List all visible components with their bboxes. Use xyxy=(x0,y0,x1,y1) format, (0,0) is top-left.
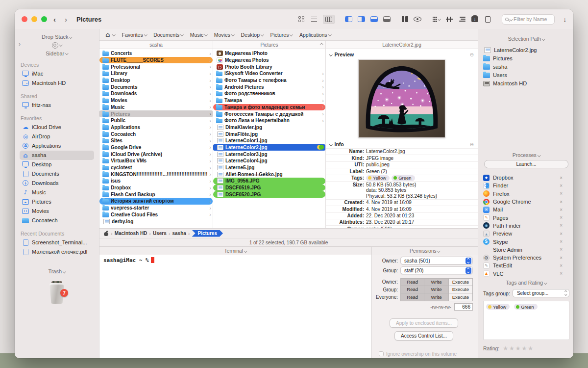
close-process-icon[interactable]: × xyxy=(560,239,569,244)
preview-section-header[interactable]: Preview ⊖ xyxy=(326,50,478,58)
sasha-item-row[interactable]: Creative Cloud Files› xyxy=(99,211,213,218)
sidebar-item-icloud-drive[interactable]: iCloud Drive xyxy=(20,123,94,132)
sasha-item-row[interactable]: vuepress-starter› xyxy=(99,205,213,211)
drop-stack-target[interactable] xyxy=(20,42,94,49)
permission-cell-execute[interactable]: Execute xyxy=(449,278,473,286)
toggle-bottom-pane-off-button[interactable] xyxy=(383,16,391,23)
forward-button[interactable]: › xyxy=(62,15,70,24)
breadcrumb-item[interactable]: sasha xyxy=(172,231,186,236)
close-process-icon[interactable]: × xyxy=(560,231,569,237)
pictures-item-row[interactable]: LaterneColor4.jpg xyxy=(213,158,325,164)
pictures-item-row[interactable]: Фото родственников› xyxy=(213,90,325,97)
column3-header[interactable]: LaterneColor2.jpg xyxy=(326,41,478,49)
pictures-item-row[interactable]: Photo Booth Library xyxy=(213,63,325,70)
sidebar-item-movies[interactable]: Movies xyxy=(20,207,94,216)
sasha-item-row[interactable]: Dropbox› xyxy=(99,184,213,191)
tag-pill[interactable]: Yellow xyxy=(366,175,390,181)
selection-path-item[interactable]: Users xyxy=(483,71,569,79)
terminal-header[interactable]: Terminal xyxy=(99,247,371,255)
path-menu-desktop[interactable]: Desktop xyxy=(241,32,263,38)
column1-header[interactable]: sasha xyxy=(99,41,213,49)
sasha-item-row[interactable]: Google Drive› xyxy=(99,144,213,151)
column-view-button[interactable] xyxy=(323,15,335,24)
octal-value-field[interactable]: 666 xyxy=(454,303,473,311)
sasha-item-row[interactable]: Applications› xyxy=(99,124,213,131)
sidebar-item-cocoatech[interactable]: Cocoatech xyxy=(20,216,94,225)
toggle-right-pane-button[interactable] xyxy=(357,16,366,23)
process-row-system-preferences[interactable]: System Preferences× xyxy=(483,254,569,262)
permission-cell-read[interactable]: Read xyxy=(400,286,424,294)
tools-button[interactable] xyxy=(445,16,454,23)
home-menu[interactable] xyxy=(104,31,115,38)
pictures-item-row[interactable]: Android Pictures› xyxy=(213,83,325,90)
path-menu-documents[interactable]: Documents xyxy=(153,32,183,38)
trash-header[interactable]: Trash xyxy=(48,268,65,274)
selection-path-item[interactable]: LaterneColor2.jpg xyxy=(483,46,569,54)
selection-path-item[interactable]: Macintosh HD xyxy=(483,79,569,87)
pictures-item-row[interactable]: Медиатека iPhoto xyxy=(213,50,325,57)
close-process-icon[interactable]: × xyxy=(560,247,569,252)
permission-cell-write[interactable]: Write xyxy=(424,286,448,294)
sidebar-item-applications[interactable]: Applications xyxy=(20,141,94,151)
sidebar-item-music[interactable]: Music xyxy=(20,188,94,197)
sasha-item-row[interactable]: Downloads› xyxy=(99,90,213,97)
trash-icon[interactable]: 7 xyxy=(47,281,67,304)
close-window-button[interactable] xyxy=(22,16,27,22)
back-button[interactable]: ‹ xyxy=(51,15,58,24)
arrange-menu-button[interactable] xyxy=(433,16,441,23)
list-view-button[interactable] xyxy=(310,16,318,23)
selection-path-item[interactable]: sasha xyxy=(483,62,569,71)
download-arrow-button[interactable]: ↓ xyxy=(564,16,567,23)
sasha-item-row[interactable]: Pictures› xyxy=(99,110,213,117)
sidebar-header[interactable]: Sidebar xyxy=(20,51,94,56)
pictures-item-row[interactable]: Фото Лиза и Hespertalbahn› xyxy=(213,117,325,124)
breadcrumb-item[interactable]: Users xyxy=(153,231,167,236)
sidebar-item-маленькой-ёлочке-pdf[interactable]: Маленькой ёлочке.pdf xyxy=(20,247,94,257)
quick-look-button[interactable] xyxy=(414,16,422,23)
pictures-item-row[interactable]: DimaKlavier.jpg xyxy=(213,124,325,131)
owner-select[interactable]: sasha (501) xyxy=(400,257,473,264)
sasha-item-row[interactable]: Sites› xyxy=(99,137,213,144)
pictures-item-row[interactable]: Allet-Romeo-i-Gekko.jpg xyxy=(213,171,325,178)
close-process-icon[interactable]: × xyxy=(560,223,569,228)
tab-stack-button[interactable] xyxy=(458,16,466,23)
permission-cell-execute[interactable]: Execute xyxy=(449,286,473,294)
icon-view-button[interactable] xyxy=(297,16,306,23)
permission-cell-write[interactable]: Write xyxy=(424,278,448,286)
process-row-firefox[interactable]: Firefox× xyxy=(483,190,569,198)
sasha-item-row[interactable]: Cocoatech› xyxy=(99,131,213,137)
path-menu-music[interactable]: Music xyxy=(190,32,207,38)
close-process-icon[interactable]: × xyxy=(560,271,569,276)
sidebar-item-pictures[interactable]: Pictures xyxy=(20,197,94,207)
permissions-header[interactable]: Permissions xyxy=(372,247,478,255)
close-process-icon[interactable]: × xyxy=(560,207,569,212)
pictures-item-row[interactable]: LaterneColor2.jpg xyxy=(213,144,325,151)
sasha-item-row[interactable]: iCloud Drive (Archive)› xyxy=(99,151,213,158)
close-process-icon[interactable]: × xyxy=(560,191,569,196)
sidebar-item-macintosh-hd[interactable]: Macintosh HD xyxy=(20,79,94,88)
sasha-item-row[interactable]: Movies› xyxy=(99,97,213,104)
sasha-item-row[interactable]: VirtualBox VMs› xyxy=(99,158,213,164)
close-process-icon[interactable]: × xyxy=(560,255,569,261)
sidebar-item-imac[interactable]: iMac xyxy=(20,69,94,79)
sasha-item-row[interactable]: История занятий спортом› xyxy=(99,198,213,205)
sidebar-item-sasha[interactable]: sasha xyxy=(20,151,94,160)
permission-cell-read[interactable]: Read xyxy=(400,293,424,301)
sidebar-item-airdrop[interactable]: AirDrop xyxy=(20,132,94,141)
path-menu-pictures[interactable]: Pictures xyxy=(270,32,293,38)
path-menu-movies[interactable]: Movies xyxy=(214,32,234,38)
processes-header[interactable]: Processes xyxy=(483,152,569,158)
tag-pill[interactable]: Yellow xyxy=(486,304,510,310)
selection-path-item[interactable]: Pictures xyxy=(483,54,569,62)
process-row-path-finder[interactable]: Path Finder× xyxy=(483,222,569,230)
path-menu-favorites[interactable]: Favorites xyxy=(122,32,147,38)
process-row-google-chrome[interactable]: Google Chrome× xyxy=(483,198,569,206)
sidebar-item-documents[interactable]: Documents xyxy=(20,169,94,179)
sasha-item-row[interactable]: Concerts› xyxy=(99,50,213,57)
pictures-item-row[interactable]: LaterneColor3.jpg xyxy=(213,151,325,158)
pictures-item-row[interactable]: Медиатека Photos xyxy=(213,57,325,64)
sasha-item-row[interactable]: Public› xyxy=(99,117,213,124)
close-process-icon[interactable]: × xyxy=(560,263,569,268)
pictures-item-row[interactable]: Тамара и фото младенцев семьи› xyxy=(213,104,325,111)
sasha-item-row[interactable]: Music› xyxy=(99,104,213,111)
